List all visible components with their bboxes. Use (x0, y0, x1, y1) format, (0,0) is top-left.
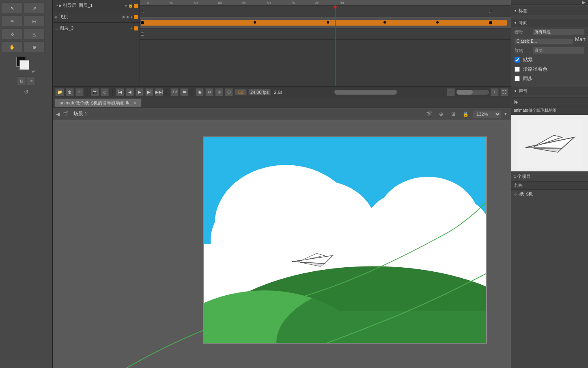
library-col-header: 名称 (511, 182, 588, 190)
last-frame-btn[interactable]: ▶▶| (155, 88, 163, 96)
snap-stage-btn[interactable]: ⊕ (436, 109, 446, 119)
lib-item-icon: ⊹ (514, 191, 518, 197)
zoom-dropdown-icon[interactable]: ▼ (504, 112, 508, 116)
selection-tool[interactable]: ↖ (2, 2, 23, 14)
zoom-out-btn[interactable]: − (447, 88, 455, 96)
tags-header[interactable]: ▼ 标签 (511, 6, 588, 15)
loop-btn[interactable]: ↺↺ (170, 88, 179, 96)
fill-swatch[interactable] (19, 60, 29, 70)
layer-row-3[interactable]: ▭ 图层_3 ● (53, 23, 140, 34)
lock-stage-btn[interactable]: 🔒 (461, 109, 470, 119)
delete-layer-btn[interactable]: 🗑 (66, 88, 74, 96)
undo-button[interactable]: ↺ (2, 89, 51, 95)
color-swatches: ⇄ (16, 57, 37, 73)
sound-label: 声音 (519, 88, 528, 94)
eyedropper-tool[interactable]: ⊹ (2, 28, 23, 40)
lib-item-name: 纸飞机 (519, 191, 533, 197)
frame-num-90: 90 (340, 1, 344, 5)
onion-btn[interactable]: ◉ (196, 88, 204, 96)
library-title: 库 (514, 99, 518, 105)
sound-header[interactable]: ▼ 声音 (511, 87, 588, 95)
plane-keyframe-mid1 (254, 21, 256, 24)
tab-close-btn[interactable]: ✕ (133, 101, 136, 105)
expand-btn[interactable]: ⛶ (500, 88, 508, 96)
guide-keyframe-start (141, 10, 144, 13)
mart-label: Mart (573, 35, 588, 44)
subselect-tool[interactable]: ↗ (24, 2, 45, 14)
guide-color-dot (134, 4, 138, 8)
tool-row-3: ⊹ △ (2, 28, 51, 40)
swap-colors-icon[interactable]: ⇄ (32, 69, 35, 73)
plane-keyframe-start (141, 21, 144, 24)
tween-type-label: 缓动: (515, 29, 531, 35)
zoom-selector[interactable]: 132% (473, 110, 501, 118)
next-frame-btn[interactable]: ▶| (145, 88, 153, 96)
timeline-section: ↖ ↗ ✏ ◎ ⊹ △ ✋ ⊕ ⇄ ⊡ ≋ (0, 0, 588, 97)
sync-checkbox[interactable] (515, 76, 520, 81)
guide-track (140, 6, 511, 17)
layer-props-btn[interactable]: ≡ (75, 88, 84, 96)
snap-controls: ⊡ ≋ (2, 76, 51, 85)
frame-num-50: 50 (242, 1, 246, 5)
zoom-tool[interactable]: ⊕ (24, 41, 45, 53)
snap-label: 贴紧 (523, 56, 533, 63)
nav-back-btn[interactable]: ◀ (56, 111, 60, 117)
snap-checkbox[interactable] (515, 57, 520, 63)
layer3-eye-icon[interactable]: ● (131, 26, 133, 30)
main-tab[interactable]: animate做个纸飞机的引导线动画.fla ✕ (54, 98, 142, 107)
delete-icon: 🗑 (68, 90, 72, 94)
onion-outline-btn[interactable]: ⊙ (205, 88, 213, 96)
frame-num-40: 40 (218, 1, 222, 5)
frame-number-display[interactable]: 62 (235, 89, 247, 95)
tab-bar: animate做个纸飞机的引导线动画.fla ✕ (53, 97, 511, 108)
plane-keyframe-end (489, 21, 492, 24)
resize-btn[interactable]: ⊡ (225, 88, 233, 96)
tween-header[interactable]: ▼ 补间 (511, 19, 588, 27)
rotation-row: 旋转: 自动 (511, 45, 588, 55)
rotation-value[interactable]: 自动 (532, 47, 585, 54)
layer3-keyframe (141, 32, 144, 36)
pencil-tool[interactable]: ✏ (2, 15, 23, 27)
edit-onion-btn[interactable]: ⊚ (215, 88, 223, 96)
play-btn[interactable]: ▶ (136, 88, 144, 96)
hand-tool[interactable]: ✋ (2, 41, 23, 53)
add-layer-btn[interactable]: 📁 (55, 88, 64, 96)
library-filename: animate做个纸飞机的引 (511, 106, 588, 115)
layer-row-guide[interactable]: ⋯ ▶ 引导层: 图层_1 ● 🔒 (53, 0, 140, 11)
frame-num-70: 70 (291, 1, 295, 5)
properties-panel: ▶ ▼ 标签 ▼ 补间 缓动: 所有属性 (511, 0, 588, 97)
camera-stage-btn[interactable]: 🎬 (424, 109, 434, 119)
library-item-plane[interactable]: ⊹ 纸飞机 (511, 190, 588, 198)
layer3-name: 图层_3 (60, 25, 131, 31)
zoom-slider[interactable] (457, 90, 489, 95)
plane-eye-icon[interactable]: ● (131, 15, 133, 19)
guide-eye-icon[interactable]: ● (125, 4, 127, 8)
zoom-in-btn[interactable]: + (491, 88, 499, 96)
camera-btn[interactable]: 📷 (91, 88, 99, 96)
sync-btn[interactable]: ⇆ (180, 88, 188, 96)
frame-num-80: 80 (315, 1, 319, 5)
layer-row-plane[interactable]: ◈ 飞机 ● (53, 11, 140, 23)
keyframe-btn[interactable]: ◇ (101, 88, 109, 96)
collapse-props-btn[interactable]: ▶ (582, 0, 586, 4)
timeline-scroll-thumb[interactable] (334, 90, 397, 95)
grid-stage-btn[interactable]: ⊞ (448, 109, 458, 119)
paint-bucket-tool[interactable]: △ (24, 28, 45, 40)
plane-layer-name: 飞机 (59, 14, 123, 20)
brush-tool[interactable]: ◎ (24, 15, 45, 27)
fps-display: 24.00 fps (248, 89, 271, 95)
sep1 (87, 89, 88, 96)
prev-frame-btn[interactable]: ◀ (126, 88, 134, 96)
guide-lock-icon[interactable]: 🔒 (128, 4, 133, 8)
tween-section: ▼ 补间 缓动: 所有属性 Classic E... 旋转: 自动 贴紧 (511, 17, 588, 85)
smooth-icon[interactable]: ≋ (27, 76, 36, 85)
guide-layer-controls: ● 🔒 (125, 4, 138, 8)
snap-row: 贴紧 (511, 55, 588, 65)
layer3-track (140, 28, 511, 40)
stage-container: animate做个纸飞机的引导线动画.fla ✕ ◀ 🎬 场景 1 🎬 ⊕ ⊞ … (53, 97, 511, 368)
timeline-scrollbar[interactable] (287, 90, 444, 95)
first-frame-btn[interactable]: |◀ (116, 88, 124, 96)
path-color-checkbox[interactable] (515, 67, 520, 72)
tools-spacer (2, 54, 51, 55)
snap-icon[interactable]: ⊡ (17, 76, 26, 85)
